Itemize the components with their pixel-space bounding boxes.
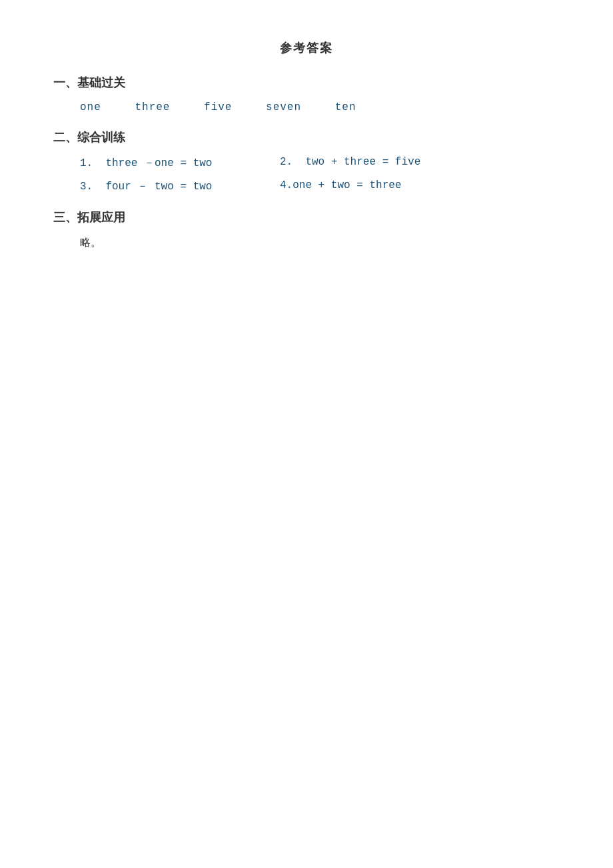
exercises-list: 1. three －one = two 2. two + three = fiv…	[80, 156, 560, 193]
section-3-content: 略。	[53, 236, 560, 250]
exercise-line-2: 3. four － two = two 4.one + two = three	[80, 179, 560, 193]
answer-ten: ten	[335, 101, 356, 113]
answer-row: one three five seven ten	[80, 101, 560, 113]
section-1: 一、基础过关 one three five seven ten	[53, 75, 560, 113]
exercise-1-eq: three －one = two	[105, 157, 212, 169]
exercise-3-number: 3.	[80, 181, 93, 193]
exercise-1-number: 1.	[80, 157, 93, 169]
exercise-4-eq: one + two = three	[293, 179, 401, 191]
section-1-heading: 一、基础过关	[53, 75, 560, 91]
answer-one: one	[80, 101, 101, 113]
exercise-item-4: 4.one + two = three	[280, 179, 480, 193]
section-3-heading: 三、拓展应用	[53, 209, 560, 225]
exercise-line-1: 1. three －one = two 2. two + three = fiv…	[80, 156, 560, 170]
exercise-item-3: 3. four － two = two	[80, 179, 280, 193]
section-2: 二、综合训练 1. three －one = two 2. two + thre…	[53, 129, 560, 193]
answer-seven: seven	[266, 101, 301, 113]
section-3: 三、拓展应用 略。	[53, 209, 560, 250]
exercise-3-eq: four － two = two	[105, 181, 212, 193]
exercise-item-2: 2. two + three = five	[280, 156, 480, 170]
exercise-2-number: 2.	[280, 156, 293, 168]
exercise-2-eq: two + three = five	[305, 156, 420, 168]
section-2-heading: 二、综合训练	[53, 129, 560, 145]
page-title: 参考答案	[53, 40, 560, 56]
section-2-content: 1. three －one = two 2. two + three = fiv…	[53, 156, 560, 193]
exercise-4-number: 4.	[280, 179, 293, 191]
section-3-text: 略。	[80, 236, 560, 250]
page: 参考答案 一、基础过关 one three five seven ten 二、综…	[0, 0, 613, 868]
exercise-item-1: 1. three －one = two	[80, 156, 280, 170]
section-1-content: one three five seven ten	[53, 101, 560, 113]
answer-five: five	[204, 101, 232, 113]
answer-three: three	[135, 101, 170, 113]
